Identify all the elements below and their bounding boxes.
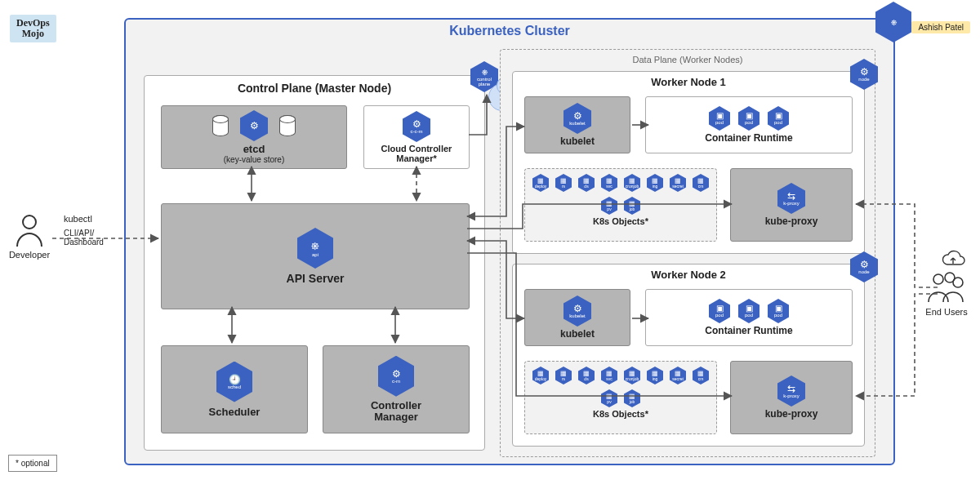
user-icon xyxy=(14,212,45,248)
ccm-badge-icon: ⚙c-c-m xyxy=(403,111,430,142)
svg-point-1 xyxy=(933,274,943,284)
k8s-object-icon-ds: ▦ds xyxy=(578,367,595,384)
worker2-kubelet-title: kubelet xyxy=(560,328,595,340)
kube-proxy-badge-icon: ⇆k-proxy xyxy=(777,376,805,407)
kubelet-badge-icon: ⚙kubelet xyxy=(564,296,591,327)
etcd-title: etcd xyxy=(243,143,265,155)
etcd-box: ⚙ etcd (key-value store) xyxy=(161,105,347,169)
scheduler-badge-icon: 🕘sched xyxy=(216,362,252,402)
scheduler-title: Scheduler xyxy=(209,406,261,418)
worker2-kube-proxy-box: ⇆k-proxy kube-proxy xyxy=(730,361,853,434)
k8s-object-icon-pv: ▦pv xyxy=(601,389,617,407)
scheduler-box: 🕘sched Scheduler xyxy=(161,345,308,433)
k8s-object-icon-cm: ▦cm xyxy=(693,367,709,384)
worker1-kubelet-box: ⚙kubelet kubelet xyxy=(524,96,630,153)
k8s-object-icon-deploy: ▦deploy xyxy=(532,174,549,192)
pod-icon: ▣pod xyxy=(709,106,730,131)
api-server-title: API Server xyxy=(287,272,345,285)
k8s-object-icon-svc: ▦svc xyxy=(601,174,617,192)
k8s-object-icon-ing: ▦ing xyxy=(647,174,663,192)
database-icon xyxy=(212,115,229,136)
worker-node-1-box: Worker Node 1 ⚙node ⚙kubelet kubelet ▣po… xyxy=(512,71,865,254)
pod-icon: ▣pod xyxy=(768,299,789,323)
worker1-k8s-objects-box: ▦deploy▦rs▦ds▦svc▦cronjob▦ing▦secret▦cm▦… xyxy=(524,168,717,242)
pod-icon: ▣pod xyxy=(768,106,789,131)
author-credit: Ashish Patel xyxy=(911,21,970,33)
worker-node-2-title: Worker Node 2 xyxy=(513,268,864,281)
cm-title: Controller Manager xyxy=(371,400,421,424)
ccm-title: Cloud Controller Manager* xyxy=(381,144,452,163)
end-users-label: End Users xyxy=(925,307,967,317)
worker1-runtime-box: ▣pod ▣pod ▣pod Container Runtime xyxy=(645,96,853,153)
kubectl-label: kubectl xyxy=(64,214,92,224)
worker-node-1-title: Worker Node 1 xyxy=(513,75,864,88)
devops-mojo-badge: DevOps Mojo xyxy=(10,15,56,42)
worker-node-2-box: Worker Node 2 ⚙node ⚙kubelet kubelet ▣po… xyxy=(512,264,865,447)
k8s-object-icon-cronjob: ▦cronjob xyxy=(624,367,640,384)
worker1-objects-title: K8s Objects* xyxy=(530,216,711,226)
worker2-k8s-objects-box: ▦deploy▦rs▦ds▦svc▦cronjob▦ing▦secret▦cm▦… xyxy=(524,361,717,434)
kubelet-badge-icon: ⚙kubelet xyxy=(564,103,591,134)
k8s-object-icon-job: ▦job xyxy=(624,389,640,407)
developer-label: Developer xyxy=(9,250,50,260)
k8s-object-icon-svc: ▦svc xyxy=(601,367,617,384)
kubernetes-architecture-diagram: DevOps Mojo Ashish Patel * optional Deve… xyxy=(0,0,980,480)
k8s-object-icon-job: ▦job xyxy=(624,197,640,215)
kube-proxy-badge-icon: ⇆k-proxy xyxy=(777,183,805,214)
data-plane-box: Data Plane (Worker Nodes) Worker Node 1 … xyxy=(500,49,875,457)
end-users-actor: End Users xyxy=(920,269,973,317)
etcd-subtitle: (key-value store) xyxy=(224,155,284,164)
worker2-runtime-title: Container Runtime xyxy=(705,325,792,336)
worker2-runtime-box: ▣pod ▣pod ▣pod Container Runtime xyxy=(645,289,853,346)
cloud-upload-icon xyxy=(941,250,965,269)
users-icon xyxy=(925,269,968,305)
k8s-object-icon-rs: ▦rs xyxy=(555,174,572,192)
k8s-object-icon-rs: ▦rs xyxy=(555,367,572,384)
developer-actor: Developer xyxy=(5,212,54,260)
control-plane-title: Control Plane (Master Node) xyxy=(145,81,484,96)
cli-sub-label: CLI/API/ Dashboard xyxy=(64,229,104,247)
svg-point-3 xyxy=(953,278,963,287)
pod-icon: ▣pod xyxy=(709,299,730,323)
api-badge-icon: ⎈api xyxy=(297,228,333,269)
ccm-box: ⚙c-c-m Cloud Controller Manager* xyxy=(363,105,470,169)
k8s-object-icon-secret: ▦secret xyxy=(670,174,686,192)
worker1-kube-proxy-box: ⇆k-proxy kube-proxy xyxy=(730,168,853,242)
cluster-title: Kubernetes Cluster xyxy=(126,21,893,41)
k8s-object-icon-secret: ▦secret xyxy=(670,367,686,384)
worker1-runtime-title: Container Runtime xyxy=(705,132,792,144)
k8s-object-icon-ing: ▦ing xyxy=(647,367,663,384)
worker1-kubelet-title: kubelet xyxy=(560,136,595,147)
controller-manager-box: ⚙c-m Controller Manager xyxy=(323,345,470,433)
worker2-objects-title: K8s Objects* xyxy=(530,409,711,419)
database-icon xyxy=(279,115,296,136)
data-plane-title: Data Plane (Worker Nodes) xyxy=(501,53,875,66)
control-plane-box: Control Plane (Master Node) ⎈ control pl… xyxy=(144,75,485,451)
legend-optional: * optional xyxy=(8,455,57,472)
worker2-kube-proxy-title: kube-proxy xyxy=(765,408,818,420)
api-server-box: ⎈api API Server xyxy=(161,203,470,309)
worker1-kube-proxy-title: kube-proxy xyxy=(765,216,818,227)
k8s-object-icon-deploy: ▦deploy xyxy=(532,367,549,384)
pod-icon: ▣pod xyxy=(738,299,760,323)
cm-badge-icon: ⚙c-m xyxy=(378,356,414,397)
k8s-object-icon-cm: ▦cm xyxy=(693,174,709,192)
svg-point-0 xyxy=(23,216,36,229)
k8s-object-icon-cronjob: ▦cronjob xyxy=(624,174,640,192)
pod-icon: ▣pod xyxy=(738,106,760,131)
cluster-box: Kubernetes Cluster ⎈ Control Plane (Mast… xyxy=(124,18,895,465)
etcd-badge-icon: ⚙ xyxy=(240,110,268,141)
worker2-kubelet-box: ⚙kubelet kubelet xyxy=(524,289,630,346)
k8s-object-icon-pv: ▦pv xyxy=(601,197,617,215)
k8s-object-icon-ds: ▦ds xyxy=(578,174,595,192)
